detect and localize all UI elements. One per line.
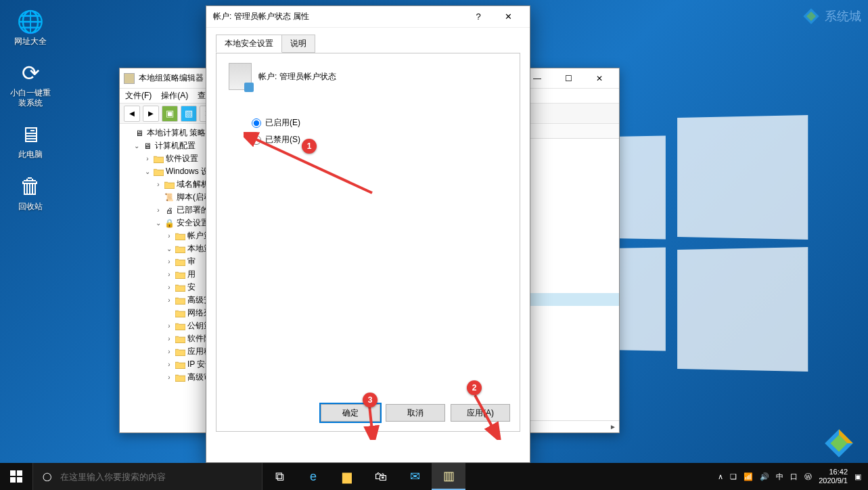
policy-icon xyxy=(229,63,252,90)
tree-label: Windows 设 xyxy=(166,166,209,177)
tree-caret[interactable]: › xyxy=(166,296,173,304)
radio-input[interactable] xyxy=(252,135,261,145)
tree-caret[interactable]: › xyxy=(166,348,173,355)
apply-button[interactable]: 应用(A) xyxy=(451,404,510,422)
desktop-icon[interactable]: 🗑回收站 xyxy=(7,172,54,211)
tree-caret[interactable]: › xyxy=(166,258,173,265)
desktop-icon-label: 网址大全 xyxy=(14,37,47,46)
folder-icon xyxy=(175,282,185,293)
watermark-top-right: 系统城 xyxy=(802,7,861,26)
desktop-icon[interactable]: 🌐网址大全 xyxy=(7,7,54,46)
taskbar-explorer-icon[interactable]: ▆ xyxy=(330,463,364,490)
properties-tabs: 本地安全设置说明 xyxy=(216,35,530,53)
back-button[interactable]: ◄ xyxy=(124,106,140,122)
folder-icon xyxy=(175,231,185,242)
properties-titlebar[interactable]: 帐户: 管理员帐户状态 属性 ? ✕ xyxy=(206,6,530,28)
folder-icon xyxy=(175,257,185,267)
tree-label: 域名解析 xyxy=(177,179,209,190)
tree-caret[interactable]: ⌄ xyxy=(166,245,173,252)
folder-icon xyxy=(175,321,185,332)
cancel-button[interactable]: 取消 xyxy=(386,404,445,422)
tree-label: 已部署的 xyxy=(177,204,209,216)
tab-explain[interactable]: 说明 xyxy=(281,35,315,53)
svg-rect-9 xyxy=(17,470,22,476)
folder-icon: 📜 xyxy=(164,192,175,203)
tray-icon[interactable]: ∧ xyxy=(718,472,723,481)
properties-title: 帐户: 管理员帐户状态 属性 xyxy=(213,11,309,22)
tree-caret[interactable]: › xyxy=(144,155,151,162)
desktop-icon[interactable]: ⟳小白一键重装系统 xyxy=(7,58,54,108)
tree-label: 安 xyxy=(187,282,196,293)
taskbar-edge-icon[interactable]: e xyxy=(296,463,330,490)
folder-icon xyxy=(175,334,185,344)
svg-rect-11 xyxy=(17,477,22,483)
tray-icon[interactable]: Ⓦ xyxy=(804,472,812,482)
tree-caret[interactable]: › xyxy=(166,374,173,381)
tree-label: 安全设置 xyxy=(177,217,209,229)
start-button[interactable] xyxy=(0,463,32,490)
search-input[interactable] xyxy=(60,472,262,482)
folder-icon xyxy=(164,179,175,190)
tab-local-security[interactable]: 本地安全设置 xyxy=(216,35,282,53)
gpedit-icon xyxy=(124,73,135,84)
tree-caret[interactable]: › xyxy=(155,181,162,188)
action-center-icon[interactable]: ▣ xyxy=(854,472,861,481)
menu-item[interactable]: 操作(A) xyxy=(161,90,188,102)
tree-caret[interactable]: ⌄ xyxy=(133,142,140,150)
desktop-icon-glyph: 🖥 xyxy=(16,120,45,150)
desktop-icon-glyph: 🌐 xyxy=(16,7,45,37)
radio-disabled[interactable]: 已禁用(S) xyxy=(252,134,507,146)
maximize-button[interactable]: ☐ xyxy=(553,68,584,89)
gpedit-title: 本地组策略编辑器 xyxy=(139,72,204,84)
folder-icon: 🖥 xyxy=(142,141,153,152)
folder-icon xyxy=(153,154,164,164)
task-view-button[interactable]: ⧉ xyxy=(262,463,296,490)
menu-item[interactable]: 文件(F) xyxy=(125,90,152,102)
desktop-icon-label: 此电脑 xyxy=(18,150,43,159)
taskbar: ◯ ⧉ e ▆ 🛍 ✉ ▥ ∧❏📶🔊中口Ⓦ 16:42 2020/9/1 ▣ xyxy=(0,463,868,490)
tree-caret[interactable]: ⌄ xyxy=(144,168,151,175)
tray-icon[interactable]: 📶 xyxy=(744,472,753,481)
taskbar-items: ⧉ e ▆ 🛍 ✉ ▥ xyxy=(262,463,465,490)
radio-input[interactable] xyxy=(252,118,261,128)
desktop-icon-glyph: ⟳ xyxy=(16,58,45,88)
tray-icon[interactable]: 🔊 xyxy=(760,472,769,481)
radio-enabled[interactable]: 已启用(E) xyxy=(252,117,507,129)
taskbar-search[interactable]: ◯ xyxy=(32,463,262,490)
policy-name: 帐户: 管理员帐户状态 xyxy=(258,71,336,83)
taskbar-notepad-icon[interactable]: ▥ xyxy=(432,463,465,490)
tree-caret[interactable]: › xyxy=(166,335,173,342)
taskbar-store-icon[interactable]: 🛍 xyxy=(364,463,398,490)
tree-caret[interactable]: › xyxy=(166,232,173,240)
tree-caret[interactable]: › xyxy=(155,206,162,214)
tree-caret[interactable]: › xyxy=(166,322,173,330)
close-button[interactable]: ✕ xyxy=(493,6,523,28)
up-button[interactable]: ▣ xyxy=(162,106,178,122)
tree-caret[interactable]: › xyxy=(166,361,173,368)
folder-icon xyxy=(153,166,164,177)
properties-sheet: 帐户: 管理员帐户状态 已启用(E)已禁用(S) 确定 取消 应用(A) xyxy=(216,53,520,432)
folder-icon xyxy=(175,347,185,357)
forward-button[interactable]: ► xyxy=(143,106,159,122)
help-button[interactable]: ? xyxy=(463,6,493,28)
desktop-icon[interactable]: 🖥此电脑 xyxy=(7,120,54,159)
svg-rect-8 xyxy=(10,470,16,476)
taskbar-mail-icon[interactable]: ✉ xyxy=(398,463,432,490)
taskbar-clock[interactable]: 16:42 2020/9/1 xyxy=(819,468,848,485)
annotation-badge-2: 2 xyxy=(467,380,482,395)
folder-icon xyxy=(175,308,185,319)
props-button[interactable]: ▧ xyxy=(181,106,197,122)
folder-icon: 🔒 xyxy=(164,218,175,229)
tray-icon[interactable]: ❏ xyxy=(730,472,737,481)
radio-group: 已启用(E)已禁用(S) xyxy=(252,117,507,146)
close-button[interactable]: ✕ xyxy=(584,68,615,89)
tree-label: 软件设置 xyxy=(166,153,198,164)
desktop-icon-glyph: 🗑 xyxy=(16,172,45,202)
tree-caret[interactable]: › xyxy=(166,271,173,278)
tree-caret[interactable]: ⌄ xyxy=(155,219,162,227)
tree-caret[interactable]: › xyxy=(166,284,173,291)
tray-icon[interactable]: 中 xyxy=(776,472,783,482)
tray-icon[interactable]: 口 xyxy=(790,472,798,482)
tree-label: 计算机配置 xyxy=(155,140,196,152)
folder-icon xyxy=(175,295,185,306)
